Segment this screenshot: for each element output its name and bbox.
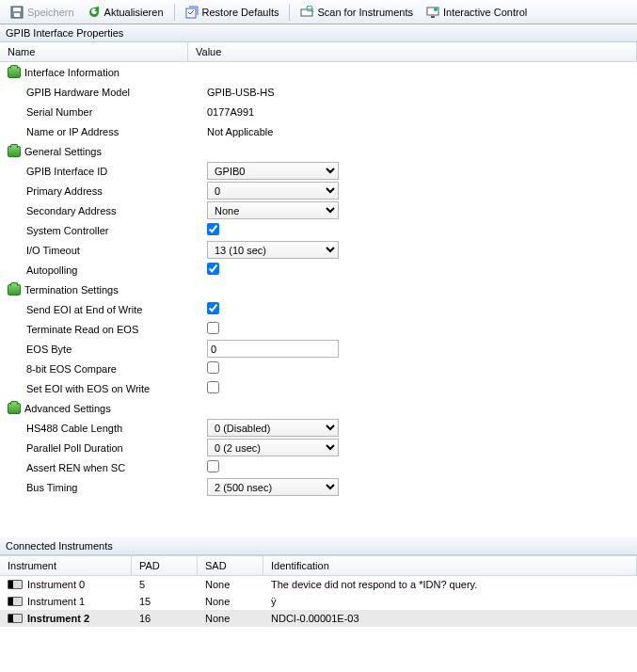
category-termination[interactable]: Termination Settings bbox=[0, 284, 188, 296]
toolbar-separator bbox=[174, 4, 175, 21]
category-advanced[interactable]: Advanced Settings bbox=[0, 403, 188, 414]
instrument-icon bbox=[8, 614, 23, 623]
save-label: Speichern bbox=[27, 7, 74, 18]
toolbar-separator bbox=[289, 4, 290, 21]
save-icon bbox=[10, 6, 24, 19]
table-row[interactable]: Instrument 1 15 None ÿ bbox=[0, 593, 637, 610]
svg-point-9 bbox=[434, 8, 438, 11]
header-value: Value bbox=[188, 42, 637, 61]
svg-rect-2 bbox=[14, 13, 20, 17]
header-name: Name bbox=[0, 42, 188, 61]
col-identification: Identification bbox=[263, 556, 637, 575]
toolbar: Speichern Aktualisieren Restore Defaults… bbox=[0, 0, 637, 24]
bus-timing-select[interactable]: 2 (500 nsec) bbox=[207, 478, 339, 496]
send-eoi-checkbox[interactable] bbox=[207, 302, 219, 314]
restore-defaults-button[interactable]: Restore Defaults bbox=[179, 3, 286, 22]
property-grid: Interface Information GPIB Hardware Mode… bbox=[0, 62, 637, 537]
table-row[interactable]: Instrument 2 16 None NDCI-0.00001E-03 bbox=[0, 610, 637, 627]
term-read-eos-checkbox[interactable] bbox=[207, 322, 219, 334]
set-eoi-eos-label: Set EOI with EOS on Write bbox=[0, 383, 188, 394]
instrument-icon bbox=[8, 580, 23, 589]
serial-label: Serial Number bbox=[0, 106, 188, 118]
secondary-addr-label: Secondary Address bbox=[0, 205, 188, 216]
autopolling-label: Autopolling bbox=[0, 264, 188, 276]
hs488-select[interactable]: 0 (Disabled) bbox=[207, 419, 339, 437]
refresh-icon bbox=[88, 6, 101, 19]
secondary-addr-select[interactable]: None bbox=[207, 201, 339, 219]
folder-icon bbox=[8, 146, 21, 157]
system-controller-label: System Controller bbox=[0, 225, 188, 236]
autopolling-checkbox[interactable] bbox=[207, 263, 219, 275]
svg-rect-1 bbox=[13, 8, 21, 11]
scan-button[interactable]: Scan for Instruments bbox=[294, 3, 420, 22]
col-pad: PAD bbox=[132, 556, 198, 575]
assert-ren-label: Assert REN when SC bbox=[0, 462, 188, 473]
instrument-list: Instrument 0 5 None The device did not r… bbox=[0, 576, 637, 627]
panel-title: GPIB Interface Properties bbox=[0, 24, 637, 42]
primary-addr-label: Primary Address bbox=[0, 185, 188, 197]
name-ip-label: Name or IP Address bbox=[0, 126, 188, 137]
ppoll-label: Parallel Poll Duration bbox=[0, 442, 188, 454]
eos-8bit-label: 8-bit EOS Compare bbox=[0, 363, 188, 375]
interactive-icon bbox=[426, 6, 439, 19]
folder-icon bbox=[8, 67, 21, 78]
term-read-eos-label: Terminate Read on EOS bbox=[0, 324, 188, 335]
system-controller-checkbox[interactable] bbox=[207, 223, 219, 235]
assert-ren-checkbox[interactable] bbox=[207, 460, 219, 472]
property-header: Name Value bbox=[0, 42, 637, 62]
primary-addr-select[interactable]: 0 bbox=[207, 182, 339, 200]
category-general[interactable]: General Settings bbox=[0, 146, 188, 157]
restore-label: Restore Defaults bbox=[202, 7, 279, 18]
svg-rect-8 bbox=[431, 16, 435, 18]
svg-rect-4 bbox=[301, 9, 312, 16]
send-eoi-label: Send EOI at End of Write bbox=[0, 304, 188, 315]
hw-model-label: GPIB Hardware Model bbox=[0, 87, 188, 98]
eos-byte-label: EOS Byte bbox=[0, 344, 188, 355]
ppoll-select[interactable]: 0 (2 usec) bbox=[207, 439, 339, 456]
instrument-icon bbox=[8, 597, 23, 606]
io-timeout-select[interactable]: 13 (10 sec) bbox=[207, 241, 339, 259]
eos-8bit-checkbox[interactable] bbox=[207, 361, 219, 374]
scan-icon bbox=[300, 6, 313, 19]
name-ip-value: Not Applicable bbox=[207, 126, 358, 137]
serial-value: 0177A991 bbox=[207, 106, 358, 118]
col-sad: SAD bbox=[198, 556, 263, 575]
refresh-label: Aktualisieren bbox=[104, 7, 164, 18]
table-row[interactable]: Instrument 0 5 None The device did not r… bbox=[0, 576, 637, 593]
eos-byte-input[interactable] bbox=[207, 340, 339, 358]
folder-icon bbox=[8, 284, 21, 296]
connected-instruments-title: Connected Instruments bbox=[0, 537, 637, 555]
set-eoi-eos-checkbox[interactable] bbox=[207, 381, 219, 393]
iface-id-select[interactable]: GPIB0 bbox=[207, 162, 339, 180]
category-interface-info[interactable]: Interface Information bbox=[0, 67, 188, 78]
hw-model-value: GPIB-USB-HS bbox=[207, 87, 358, 98]
iface-id-label: GPIB Interface ID bbox=[0, 166, 188, 177]
col-instrument: Instrument bbox=[0, 556, 132, 575]
interactive-control-button[interactable]: Interactive Control bbox=[420, 3, 533, 22]
save-button[interactable]: Speichern bbox=[4, 3, 81, 22]
io-timeout-label: I/O Timeout bbox=[0, 245, 188, 256]
hs488-label: HS488 Cable Length bbox=[0, 423, 188, 434]
scan-label: Scan for Instruments bbox=[317, 7, 413, 18]
folder-icon bbox=[8, 403, 21, 414]
bus-timing-label: Bus Timing bbox=[0, 482, 188, 493]
connected-header: Instrument PAD SAD Identification bbox=[0, 555, 637, 576]
refresh-button[interactable]: Aktualisieren bbox=[81, 3, 170, 22]
restore-icon bbox=[185, 6, 199, 19]
interactive-label: Interactive Control bbox=[443, 7, 527, 18]
